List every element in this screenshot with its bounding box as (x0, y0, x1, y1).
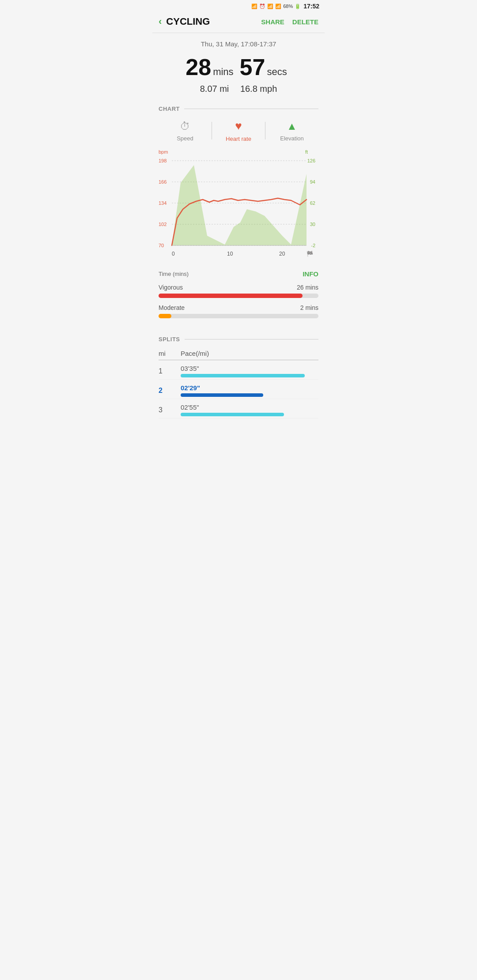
chart-area: bpm 198 166 134 102 70 ft 126 94 62 30 -… (152, 147, 325, 264)
tab-speed[interactable]: ⏱ Speed (159, 120, 212, 142)
info-button[interactable]: INFO (303, 270, 318, 278)
heart-icon: ♥ (235, 119, 242, 133)
chart-footer: Time (mins) INFO (152, 268, 325, 282)
moderate-bar-bg (159, 314, 318, 318)
duration-secs-unit: secs (267, 66, 287, 78)
tab-elevation-label: Elevation (280, 135, 303, 142)
vigorous-label: Vigorous (159, 284, 183, 291)
status-icons: 📶 ⏰ 📶 📶 68% 🔋 (251, 4, 301, 9)
svg-text:166: 166 (159, 179, 167, 185)
svg-text:ft: ft (305, 149, 308, 155)
speed-icon: ⏱ (180, 120, 190, 132)
workout-duration: 28 mins 57 secs (152, 50, 325, 82)
vigorous-bar-fill (159, 294, 303, 298)
split-1-bar (181, 374, 305, 377)
mountain-icon: ▲ (287, 120, 297, 132)
split-1-pace: 03'35" (181, 365, 318, 372)
svg-text:20: 20 (279, 251, 285, 257)
splits-col-pace: Pace(/mi) (181, 350, 318, 357)
svg-text:0: 0 (172, 251, 175, 257)
split-3-data: 02'55" (181, 403, 318, 416)
share-button[interactable]: SHARE (261, 18, 284, 26)
splits-table-header: mi Pace(/mi) (159, 346, 318, 360)
split-2-bar (181, 393, 263, 397)
main-content: Thu, 31 May, 17:08-17:37 28 mins 57 secs… (152, 33, 325, 418)
moderate-label: Moderate (159, 304, 185, 311)
svg-text:94: 94 (310, 179, 315, 185)
svg-text:62: 62 (310, 200, 315, 206)
svg-text:🏁: 🏁 (307, 250, 313, 257)
moderate-time: 2 mins (300, 304, 318, 311)
duration-secs-value: 57 (240, 54, 265, 80)
splits-col-mi: mi (159, 350, 181, 357)
duration-mins-value: 28 (186, 54, 211, 80)
duration-mins-unit: mins (213, 66, 233, 78)
svg-text:198: 198 (159, 158, 167, 163)
split-3-bar (181, 413, 284, 416)
svg-text:70: 70 (159, 243, 164, 248)
svg-text:126: 126 (307, 158, 315, 163)
status-time: 17:52 (303, 3, 319, 10)
split-1-mi: 1 (159, 367, 181, 375)
page-title: CYCLING (166, 16, 253, 27)
svg-text:bpm: bpm (159, 149, 168, 155)
svg-text:134: 134 (159, 200, 167, 206)
header: ‹ CYCLING SHARE DELETE (152, 12, 325, 33)
splits-table: mi Pace(/mi) 1 03'35" 2 02'29" 3 02'55" (152, 346, 325, 418)
split-3-mi: 3 (159, 406, 181, 414)
chart-section-label: CHART (152, 100, 325, 116)
workout-distance: 8.07 mi (200, 84, 229, 94)
tab-heart-rate-label: Heart rate (226, 136, 251, 142)
tab-elevation[interactable]: ▲ Elevation (265, 120, 318, 142)
workout-speed: 16.8 mph (240, 84, 277, 94)
moderate-row: Moderate 2 mins (159, 304, 318, 318)
bluetooth-icon: 📶 (251, 4, 257, 9)
battery-icon: 🔋 (295, 4, 301, 9)
tab-speed-label: Speed (177, 135, 193, 142)
svg-text:-2: -2 (311, 243, 315, 248)
split-row-1: 1 03'35" (159, 360, 318, 380)
moderate-header: Moderate 2 mins (159, 304, 318, 311)
split-2-pace: 02'29" (181, 384, 318, 392)
chart-svg: bpm 198 166 134 102 70 ft 126 94 62 30 -… (159, 147, 318, 262)
vigorous-row: Vigorous 26 mins (159, 284, 318, 298)
vigorous-time: 26 mins (297, 284, 318, 291)
split-1-data: 03'35" (181, 365, 318, 377)
workout-date: Thu, 31 May, 17:08-17:37 (152, 33, 325, 50)
signal-icon: 📶 (275, 4, 281, 9)
svg-text:30: 30 (310, 222, 315, 227)
vigorous-bar-bg (159, 294, 318, 298)
intensity-section: Vigorous 26 mins Moderate 2 mins (152, 282, 325, 331)
battery-level: 68% (283, 4, 293, 9)
status-bar: 📶 ⏰ 📶 📶 68% 🔋 17:52 (152, 0, 325, 12)
wifi-icon: 📶 (267, 4, 273, 9)
split-row-3: 3 02'55" (159, 399, 318, 418)
moderate-bar-fill (159, 314, 171, 318)
svg-text:102: 102 (159, 222, 167, 227)
svg-text:10: 10 (227, 251, 233, 257)
split-row-2: 2 02'29" (159, 380, 318, 399)
back-button[interactable]: ‹ (159, 16, 162, 27)
vigorous-header: Vigorous 26 mins (159, 284, 318, 291)
delete-button[interactable]: DELETE (292, 18, 318, 26)
split-3-pace: 02'55" (181, 403, 318, 411)
alarm-icon: ⏰ (259, 4, 265, 9)
splits-section-label: SPLITS (152, 331, 325, 346)
workout-stats: 8.07 mi 16.8 mph (152, 82, 325, 100)
chart-tabs: ⏱ Speed ♥ Heart rate ▲ Elevation (152, 116, 325, 147)
split-2-mi: 2 (159, 387, 181, 395)
split-2-data: 02'29" (181, 384, 318, 397)
x-axis-label: Time (mins) (159, 271, 189, 277)
tab-heart-rate[interactable]: ♥ Heart rate (212, 119, 265, 142)
